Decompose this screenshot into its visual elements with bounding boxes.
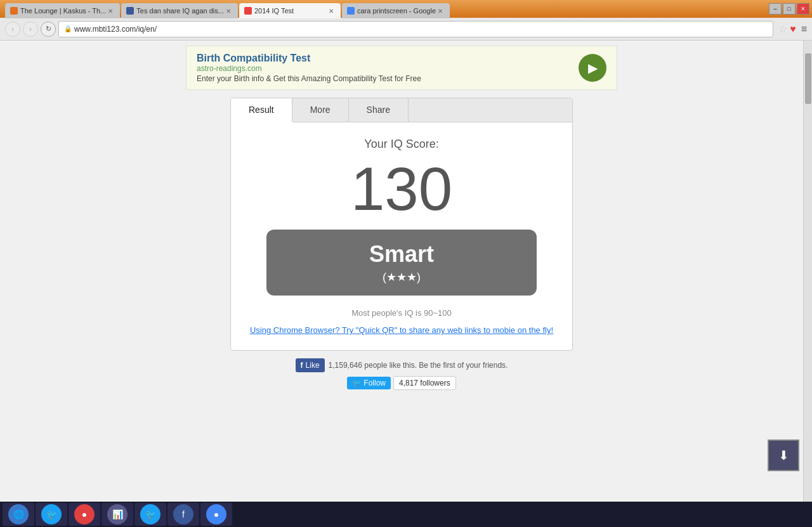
main-area: Birth Compatibility Test astro-readings.… <box>0 41 803 502</box>
result-tabs: Result More Share <box>231 98 572 122</box>
follow-label: Follow <box>363 379 386 387</box>
twitter-bird-icon: 🐦 <box>352 379 362 387</box>
fb-like-count-text: 1,159,646 people like this. Be the first… <box>329 361 508 370</box>
taskbar-item-6[interactable]: f <box>167 503 199 526</box>
title-bar: The Lounge | Kaskus - Th... ✕ Tes dan sh… <box>0 0 812 18</box>
iq-score-label: Your IQ Score: <box>241 138 562 151</box>
iq-note: Most people's IQ is 90~100 <box>241 308 562 318</box>
close-button[interactable]: ✕ <box>797 3 809 15</box>
tab-3[interactable]: 2014 IQ Test ✕ <box>239 3 341 18</box>
ad-title[interactable]: Birth Compatibility Test <box>197 53 579 64</box>
twitter-follow-row: 🐦 Follow 4,817 followers <box>347 376 455 390</box>
fb-icon: f <box>301 361 303 370</box>
iq-score-value: 130 <box>241 159 562 219</box>
taskbar-item-2[interactable]: 🐦 <box>36 503 67 526</box>
tab-share[interactable]: Share <box>349 98 409 122</box>
reload-button[interactable]: ↻ <box>41 22 56 37</box>
social-bar: f Like 1,159,646 people like this. Be th… <box>230 358 573 400</box>
ad-banner: Birth Compatibility Test astro-readings.… <box>186 46 617 90</box>
taskbar-icon-7: ● <box>206 504 226 524</box>
result-card: Result More Share Your IQ Score: 130 Sma… <box>230 98 573 351</box>
twitter-follower-count: 4,817 followers <box>393 376 456 390</box>
fb-like-label: Like <box>306 361 320 370</box>
taskbar: 🌐 🐦 ● 📊 🐦 f ● <box>0 502 812 527</box>
minimize-button[interactable]: – <box>769 3 782 15</box>
ad-description: Enter your Birth info & Get this Amazing… <box>197 74 579 83</box>
smart-stars: (★★★) <box>292 270 511 284</box>
taskbar-icon-2: 🐦 <box>41 504 62 524</box>
card-body: Your IQ Score: 130 Smart (★★★) Most peop… <box>231 122 572 350</box>
taskbar-icon-1: 🌐 <box>8 504 29 524</box>
heart-button[interactable]: ♥ <box>790 23 796 35</box>
tab-result[interactable]: Result <box>231 98 292 122</box>
smart-badge: Smart (★★★) <box>266 230 537 296</box>
twitter-follow-button[interactable]: 🐦 Follow <box>347 377 391 389</box>
taskbar-icon-6: f <box>173 504 193 524</box>
address-text: www.mbti123.com/iq/en/ <box>74 25 157 34</box>
scrollbar-thumb[interactable] <box>805 53 811 104</box>
bookmark-star[interactable]: ☆ <box>778 23 787 35</box>
taskbar-item-4[interactable]: 📊 <box>102 503 133 526</box>
tab-close-2[interactable]: ✕ <box>224 6 233 15</box>
download-button[interactable]: ⬇ <box>768 439 799 471</box>
maximize-button[interactable]: □ <box>783 3 796 15</box>
page-content: Birth Compatibility Test astro-readings.… <box>0 41 812 502</box>
tab-close-3[interactable]: ✕ <box>327 6 336 15</box>
forward-button[interactable]: › <box>23 22 38 37</box>
nav-bar: ‹ › ↻ 🔒 www.mbti123.com/iq/en/ ☆ ♥ ≡ <box>0 18 812 41</box>
back-button[interactable]: ‹ <box>5 22 20 37</box>
taskbar-item-7[interactable]: ● <box>200 503 232 526</box>
taskbar-item-3[interactable]: ● <box>69 503 100 526</box>
taskbar-icon-5: 🐦 <box>140 504 160 524</box>
menu-button[interactable]: ≡ <box>801 23 807 35</box>
address-icon: 🔒 <box>64 25 72 32</box>
chrome-qr-link[interactable]: Using Chrome Browser? Try "Quick QR" to … <box>241 325 562 335</box>
tab-more[interactable]: More <box>292 98 349 122</box>
taskbar-icon-3: ● <box>74 504 95 524</box>
ad-arrow-button[interactable]: ▶ <box>579 54 606 82</box>
browser-frame: The Lounge | Kaskus - Th... ✕ Tes dan sh… <box>0 0 812 527</box>
scrollbar[interactable] <box>803 41 812 502</box>
tab-4[interactable]: cara printscreen - Google ✕ <box>342 3 450 18</box>
tab-close-1[interactable]: ✕ <box>106 6 115 15</box>
taskbar-item-5[interactable]: 🐦 <box>134 503 166 526</box>
ad-url: astro-readings.com <box>197 64 579 73</box>
taskbar-icon-4: 📊 <box>107 504 128 524</box>
taskbar-item-1[interactable]: 🌐 <box>3 503 34 526</box>
fb-like-button[interactable]: f Like <box>296 358 325 372</box>
address-bar[interactable]: 🔒 www.mbti123.com/iq/en/ <box>58 21 773 37</box>
ad-content: Birth Compatibility Test astro-readings.… <box>197 53 579 83</box>
window-controls: – □ ✕ <box>769 3 809 15</box>
tab-2[interactable]: Tes dan share IQ agan dis... ✕ <box>121 3 238 18</box>
fb-like-row: f Like 1,159,646 people like this. Be th… <box>296 358 508 372</box>
tab-1[interactable]: The Lounge | Kaskus - Th... ✕ <box>5 3 120 18</box>
tab-close-4[interactable]: ✕ <box>436 6 445 15</box>
smart-label: Smart <box>292 241 511 268</box>
